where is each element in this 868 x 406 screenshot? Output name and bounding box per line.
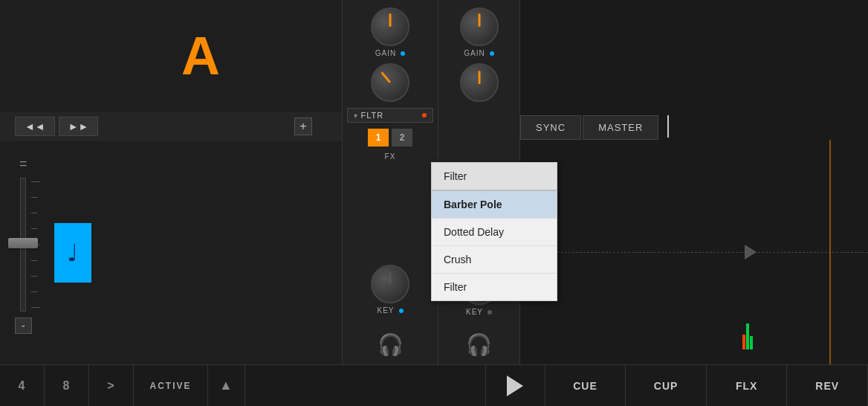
fltr-section[interactable]: ▾ FLTR — [347, 108, 433, 123]
play-button-bottom[interactable] — [486, 365, 545, 406]
gain-label-top: GAIN — [375, 49, 396, 57]
right-edge-indicator — [829, 140, 831, 364]
equals-icon: = — [19, 156, 27, 172]
vu-bar-red — [742, 335, 745, 349]
gain-knob-top[interactable] — [371, 7, 409, 46]
back-arrow-icon: ◄◄ — [25, 120, 45, 132]
headphone-icon-left[interactable]: 🎧 — [378, 332, 404, 357]
sync-master-area: SYNC MASTER — [520, 115, 868, 140]
right-area: SYNC MASTER — [520, 0, 868, 364]
key-dot-right — [488, 310, 492, 315]
play-marker-icon[interactable] — [745, 245, 757, 260]
key-label-row: KEY — [377, 306, 403, 315]
note-block: ♩ — [54, 223, 91, 283]
fx-dropdown-menu: Filter Barber Pole Dotted Delay Crush Fi… — [431, 162, 557, 301]
knob-indicator — [389, 13, 392, 27]
flx-button[interactable]: FLX — [707, 365, 788, 406]
chevron-button[interactable]: > — [89, 365, 134, 406]
channel-strip-left: GAIN ▾ FLTR 1 2 FX — [342, 0, 438, 364]
eq-knob-indicator — [380, 71, 391, 83]
play-icon — [507, 376, 523, 396]
fx-label: FX — [385, 152, 396, 161]
key-dot-left — [399, 309, 404, 313]
gain-knob-section-top: GAIN — [343, 7, 438, 57]
minus-button[interactable]: - — [15, 318, 32, 334]
dropdown-item-barber-pole[interactable]: Barber Pole — [432, 191, 557, 219]
waveform-center-line — [520, 252, 868, 253]
vu-bar-green-2 — [750, 336, 753, 349]
fx-button-1[interactable]: 1 — [368, 129, 389, 146]
num-8-button[interactable]: 8 — [45, 365, 89, 406]
waveform-display — [520, 140, 868, 364]
eq-knob[interactable] — [371, 63, 409, 102]
fltr-arrow-icon: ▾ — [354, 112, 357, 120]
gain-knob-right[interactable] — [460, 7, 499, 46]
master-button[interactable]: MASTER — [583, 115, 658, 140]
left-panel: A ◄◄ ►► + = — [0, 0, 342, 364]
main-container: A ◄◄ ►► + = — [0, 0, 868, 406]
forward-arrow-icon: ►► — [68, 120, 89, 132]
dropdown-item-dotted-delay[interactable]: Dotted Delay — [432, 219, 557, 246]
num-4-button[interactable]: 4 — [0, 365, 45, 406]
headphone-icon-right[interactable]: 🎧 — [466, 332, 492, 357]
dropdown-item-filter-header[interactable]: Filter — [432, 163, 557, 191]
key-knob[interactable] — [371, 265, 409, 303]
rev-button[interactable]: REV — [787, 365, 868, 406]
cursor-line — [667, 115, 669, 138]
gain-label-row: GAIN — [375, 49, 405, 57]
fltr-label: FLTR — [360, 111, 383, 120]
vu-bars — [742, 323, 753, 349]
transport-area: ◄◄ ►► + — [0, 112, 342, 141]
cup-button[interactable]: CUP — [626, 365, 707, 406]
gain-knob-right-indicator — [478, 13, 480, 27]
eq-knob-section-right — [438, 63, 519, 102]
fx-buttons-container: 1 2 — [368, 129, 412, 146]
eq-knob-right-indicator — [478, 71, 480, 84]
dropdown-item-crush[interactable]: Crush — [432, 246, 557, 274]
gain-dot-right — [490, 51, 494, 56]
eq-knob-section — [343, 63, 438, 102]
gain-dot-top — [401, 51, 405, 56]
gain-knob-section-right: GAIN — [438, 7, 519, 57]
key-label-right: KEY — [466, 308, 483, 316]
cue-button[interactable]: CUE — [545, 365, 626, 406]
key-label-row-right: KEY — [466, 308, 492, 316]
forward-button[interactable]: ►► — [59, 117, 99, 136]
fltr-dot — [422, 113, 427, 117]
key-knob-indicator — [389, 272, 392, 284]
eq-knob-right[interactable] — [460, 63, 499, 102]
dropdown-item-filter-bottom[interactable]: Filter — [432, 274, 557, 300]
music-note-icon: ♩ — [67, 239, 78, 267]
slider-handle[interactable] — [8, 238, 38, 248]
fx-button-2[interactable]: 2 — [392, 129, 412, 146]
gain-label-right: GAIN — [464, 49, 485, 57]
sync-button[interactable]: SYNC — [520, 115, 581, 140]
back-button[interactable]: ◄◄ — [15, 117, 55, 136]
left-panel-top: A — [0, 0, 342, 112]
gain-label-row-right: GAIN — [464, 49, 493, 57]
active-label-button[interactable]: ACTIVE — [134, 365, 208, 406]
bottom-bar: 4 8 > ACTIVE ▲ CUE CUP FLX REV — [0, 364, 868, 406]
key-label-left: KEY — [377, 306, 394, 315]
bottom-spacer — [245, 365, 486, 406]
vertical-slider[interactable] — [20, 178, 26, 312]
deck-letter: A — [181, 25, 220, 86]
arrow-up-button[interactable]: ▲ — [208, 365, 245, 406]
key-knob-section: KEY 🎧 — [343, 250, 438, 357]
plus-button[interactable]: + — [294, 117, 312, 135]
vu-bar-green-1 — [746, 323, 749, 349]
slider-section: = — [0, 141, 342, 364]
